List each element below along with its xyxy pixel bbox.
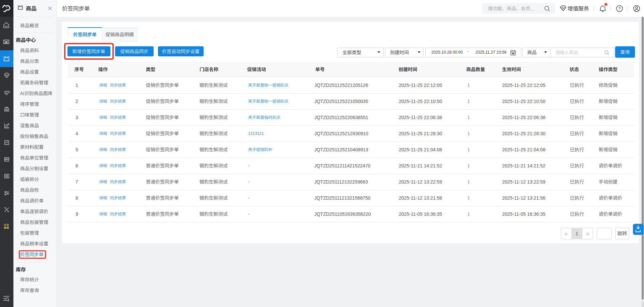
svg-text:?: ? bbox=[619, 6, 621, 11]
